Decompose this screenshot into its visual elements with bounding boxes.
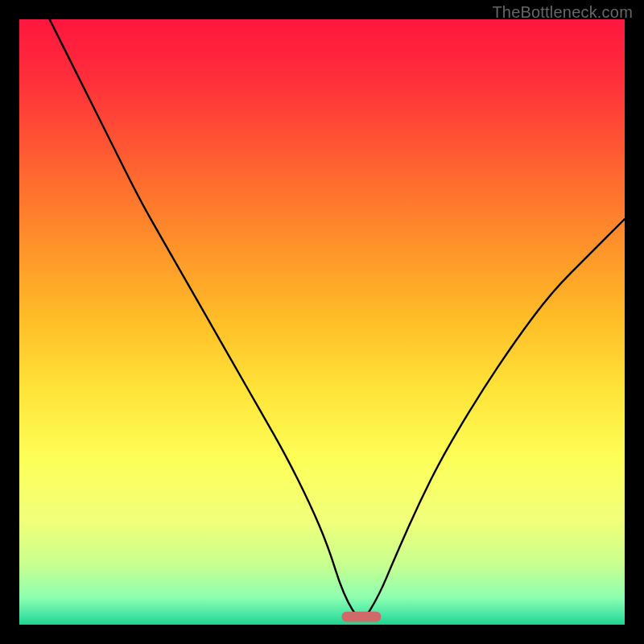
chart-svg <box>19 19 625 625</box>
watermark-text: TheBottleneck.com <box>492 3 633 22</box>
chart-frame: TheBottleneck.com <box>0 0 644 644</box>
plot-area <box>19 19 625 625</box>
optimum-marker <box>341 612 381 622</box>
